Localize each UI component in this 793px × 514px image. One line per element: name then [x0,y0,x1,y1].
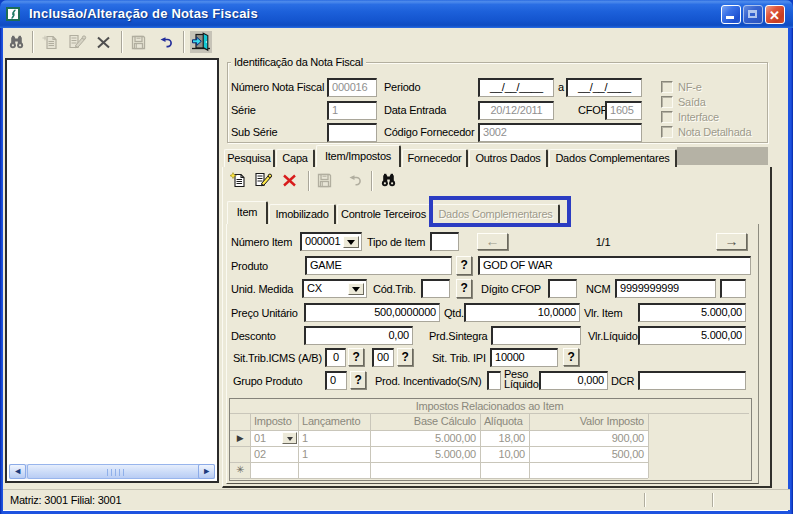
produto-help-button[interactable]: ? [456,256,472,275]
sit-trib-icms-b-input[interactable]: 00 [372,348,394,367]
tab-imobilizado[interactable]: Imobilizado [269,204,336,224]
numero-nota-fiscal-input[interactable]: 000016 [327,78,377,97]
tab-fornecedor[interactable]: Fornecedor [402,149,468,167]
grid-col-valor-imposto[interactable]: Valor Imposto [529,414,648,430]
cod-trib-help-button[interactable]: ? [456,279,472,298]
grid-cell-lancamento[interactable]: 1 [298,431,370,446]
periodo-separator-label: a [558,81,564,94]
grid-col-lancamento[interactable]: Lançamento [298,414,370,430]
nota-detalhada-checkbox[interactable] [661,126,673,138]
find-icon[interactable] [8,34,25,51]
grid-row-selector-current[interactable]: ▶ [230,431,250,446]
grid-cell-empty[interactable] [298,463,370,478]
vlr-liquido-input[interactable]: 5.000,00 [638,326,746,345]
item-new-icon[interactable] [230,172,247,189]
nfe-checkbox[interactable] [661,81,673,93]
interface-checkbox[interactable] [661,111,673,123]
vlr-item-input[interactable]: 5.000,00 [638,303,746,322]
maximize-button[interactable] [743,5,763,24]
prev-item-button[interactable]: ← [477,233,508,250]
dcr-input[interactable] [638,371,746,390]
serie-input[interactable]: 1 [327,101,377,120]
grid-cell-imposto[interactable]: 01 [250,431,298,446]
sit-trib-icms-a-help-button[interactable]: ? [348,348,364,366]
ncm-extra-input[interactable] [720,279,746,298]
codigo-fornecedor-input[interactable]: 3002 [478,123,642,142]
tab-pesquisa[interactable]: Pesquisa [224,149,275,167]
close-button[interactable]: ✕ [765,5,785,24]
tab-controle-terceiros[interactable]: Controle Terceiros [337,204,431,224]
grid-cell-empty[interactable] [480,463,529,478]
unid-medida-combobox[interactable]: CX [302,279,367,298]
search-results-list[interactable]: ◄ ► [5,58,219,483]
grid-cell-empty[interactable] [250,463,298,478]
grid-cell-base-calculo[interactable]: 5.000,00 [370,431,480,446]
sit-trib-ipi-help-button[interactable]: ? [563,348,579,366]
tab-item[interactable]: Item [227,201,268,224]
qtd-input[interactable]: 10,0000 [464,303,580,322]
grid-cell-empty[interactable] [370,463,480,478]
numero-item-combobox[interactable]: 000001 [300,232,362,251]
grid-cell-base-calculo[interactable]: 5.000,00 [370,447,480,462]
grupo-produto-help-button[interactable]: ? [350,371,366,389]
sit-trib-ipi-input[interactable]: 10000 [490,348,558,367]
sit-trib-icms-a-input[interactable]: 0 [325,348,346,367]
save-icon[interactable] [130,34,147,51]
item-find-icon[interactable] [380,172,397,189]
tipo-de-item-input[interactable] [430,232,459,251]
item-delete-icon[interactable] [281,172,298,189]
item-save-icon[interactable] [316,172,333,189]
produto-descricao-input[interactable]: GOD OF WAR [478,256,751,275]
grid-cell-empty[interactable] [529,463,648,478]
grid-col-base-calculo[interactable]: Base Cálculo [370,414,480,430]
peso-liquido-label: PesoLíquido [504,369,539,389]
grid-cell-lancamento[interactable]: 1 [298,447,370,462]
ncm-input[interactable]: 9999999999 [615,279,716,298]
grid-cell-valor-imposto[interactable]: 900,00 [529,431,648,446]
grid-col-aliquota[interactable]: Alíquota [480,414,529,430]
item-undo-icon[interactable] [346,172,363,189]
grid-cell-imposto[interactable]: 02 [250,447,298,462]
peso-liquido-input[interactable]: 0,000 [539,371,608,390]
periodo-from-input[interactable]: __/__/____ [478,78,554,97]
new-icon[interactable] [42,34,59,51]
cfop-input[interactable]: 1605 [605,101,642,120]
prod-incentivado-input[interactable] [487,371,501,390]
prd-sintegra-input[interactable] [491,326,581,345]
tab-dados-complementares[interactable]: Dados Complementares [549,149,677,167]
preco-unitario-input[interactable]: 500,0000000 [304,303,440,322]
sit-trib-icms-b-help-button[interactable]: ? [397,348,413,366]
dropdown-button[interactable] [343,236,359,248]
horizontal-scrollbar[interactable]: ◄ ► [9,464,215,479]
periodo-to-input[interactable]: __/__/____ [566,78,642,97]
next-item-button[interactable]: → [716,233,747,250]
scrollbar-thumb[interactable] [27,464,205,479]
desconto-input[interactable]: 0,00 [304,326,413,345]
tab-item-impostos[interactable]: Item/Impostos [316,145,401,167]
scroll-right-button[interactable]: ► [198,464,215,479]
item-edit-icon[interactable] [253,171,273,189]
cod-trib-input[interactable] [421,279,450,298]
digito-cfop-input[interactable] [548,279,577,298]
tab-capa[interactable]: Capa [276,149,315,167]
undo-icon[interactable] [157,34,174,51]
saida-checkbox[interactable] [661,96,673,108]
grid-dropdown-button[interactable] [282,432,297,444]
grupo-produto-input[interactable]: 0 [325,371,347,390]
grid-cell-aliquota[interactable]: 10,00 [480,447,529,462]
minimize-button[interactable] [721,5,741,24]
sub-serie-input[interactable] [327,123,377,142]
tab-outros-dados[interactable]: Outros Dados [469,149,548,167]
grid-new-row-selector[interactable]: ✳ [230,463,250,478]
grid-cell-valor-imposto[interactable]: 500,00 [529,447,648,462]
dropdown-button[interactable] [348,283,364,295]
exit-button[interactable] [190,31,212,53]
grid-col-imposto[interactable]: Imposto [250,414,298,430]
edit-icon[interactable] [67,33,87,51]
grid-cell-aliquota[interactable]: 18,00 [480,431,529,446]
delete-icon[interactable] [95,34,112,51]
scroll-left-button[interactable]: ◄ [9,464,26,479]
produto-codigo-input[interactable]: GAME [305,256,452,275]
grid-row-selector[interactable] [230,447,250,462]
data-entrada-input[interactable]: 20/12/2011 [478,101,554,120]
